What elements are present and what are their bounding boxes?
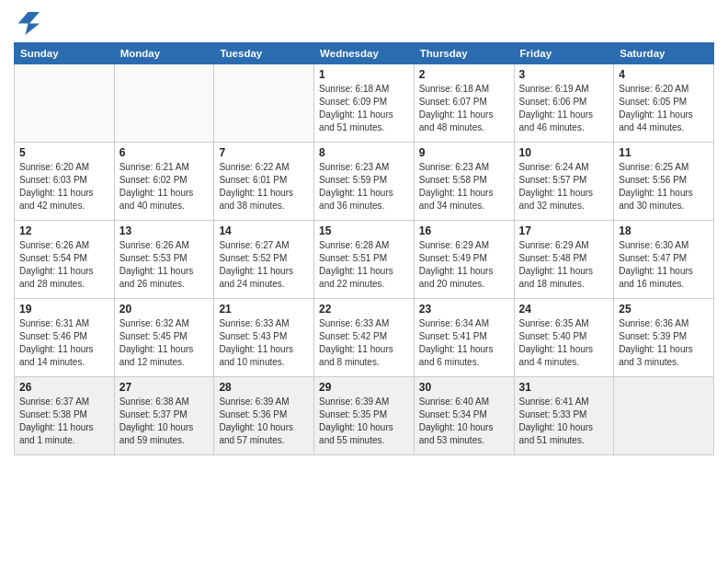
day-number: 5 (19, 146, 109, 159)
day-info: Sunrise: 6:40 AM Sunset: 5:34 PM Dayligh… (419, 396, 509, 447)
calendar-cell: 16Sunrise: 6:29 AM Sunset: 5:49 PM Dayli… (414, 221, 514, 299)
day-number: 8 (319, 146, 409, 159)
day-number: 19 (19, 303, 109, 316)
day-info: Sunrise: 6:33 AM Sunset: 5:42 PM Dayligh… (319, 317, 409, 369)
day-number: 27 (119, 381, 210, 394)
calendar-cell: 5Sunrise: 6:20 AM Sunset: 6:03 PM Daylig… (15, 143, 115, 221)
day-number: 13 (119, 224, 210, 237)
day-number: 21 (219, 303, 309, 316)
calendar-cell: 14Sunrise: 6:27 AM Sunset: 5:52 PM Dayli… (214, 221, 314, 299)
calendar-cell: 29Sunrise: 6:39 AM Sunset: 5:35 PM Dayli… (314, 377, 415, 455)
calendar-body: 1Sunrise: 6:18 AM Sunset: 6:09 PM Daylig… (15, 64, 714, 455)
day-number: 15 (319, 224, 409, 237)
day-info: Sunrise: 6:26 AM Sunset: 5:53 PM Dayligh… (119, 239, 210, 291)
day-number: 26 (19, 381, 109, 394)
day-number: 14 (219, 224, 309, 237)
day-number: 2 (419, 68, 509, 81)
day-info: Sunrise: 6:41 AM Sunset: 5:33 PM Dayligh… (519, 396, 609, 447)
day-of-week-monday: Monday (114, 43, 214, 64)
day-info: Sunrise: 6:37 AM Sunset: 5:38 PM Dayligh… (19, 396, 109, 447)
calendar-cell: 15Sunrise: 6:28 AM Sunset: 5:51 PM Dayli… (314, 221, 415, 299)
calendar-cell: 30Sunrise: 6:40 AM Sunset: 5:34 PM Dayli… (414, 377, 514, 455)
day-info: Sunrise: 6:20 AM Sunset: 6:03 PM Dayligh… (19, 161, 109, 213)
calendar-cell: 26Sunrise: 6:37 AM Sunset: 5:38 PM Dayli… (15, 377, 115, 455)
logo-icon (14, 9, 40, 35)
calendar-cell: 2Sunrise: 6:18 AM Sunset: 6:07 PM Daylig… (414, 64, 514, 143)
calendar-cell: 12Sunrise: 6:26 AM Sunset: 5:54 PM Dayli… (15, 221, 115, 299)
calendar-header: SundayMondayTuesdayWednesdayThursdayFrid… (15, 43, 714, 64)
day-number: 17 (519, 224, 609, 237)
day-info: Sunrise: 6:30 AM Sunset: 5:47 PM Dayligh… (619, 239, 709, 291)
calendar-cell (614, 377, 714, 455)
day-info: Sunrise: 6:39 AM Sunset: 5:35 PM Dayligh… (319, 396, 409, 447)
week-row-3: 12Sunrise: 6:26 AM Sunset: 5:54 PM Dayli… (15, 221, 714, 299)
day-number: 9 (419, 146, 509, 159)
calendar-cell: 19Sunrise: 6:31 AM Sunset: 5:46 PM Dayli… (15, 299, 115, 377)
calendar-cell: 31Sunrise: 6:41 AM Sunset: 5:33 PM Dayli… (514, 377, 614, 455)
day-info: Sunrise: 6:18 AM Sunset: 6:09 PM Dayligh… (319, 83, 409, 134)
day-of-week-friday: Friday (514, 43, 614, 64)
day-number: 10 (519, 146, 609, 159)
header (14, 9, 714, 35)
calendar-cell: 6Sunrise: 6:21 AM Sunset: 6:02 PM Daylig… (114, 143, 214, 221)
calendar-cell (214, 64, 314, 143)
day-info: Sunrise: 6:35 AM Sunset: 5:40 PM Dayligh… (519, 317, 609, 369)
calendar-cell: 13Sunrise: 6:26 AM Sunset: 5:53 PM Dayli… (114, 221, 214, 299)
day-info: Sunrise: 6:27 AM Sunset: 5:52 PM Dayligh… (219, 239, 309, 291)
day-number: 25 (619, 303, 709, 316)
day-number: 16 (419, 224, 509, 237)
calendar-cell: 4Sunrise: 6:20 AM Sunset: 6:05 PM Daylig… (614, 64, 714, 143)
day-info: Sunrise: 6:33 AM Sunset: 5:43 PM Dayligh… (219, 317, 309, 369)
day-number: 23 (419, 303, 509, 316)
day-of-week-sunday: Sunday (15, 43, 115, 64)
day-info: Sunrise: 6:23 AM Sunset: 5:58 PM Dayligh… (419, 161, 509, 213)
day-info: Sunrise: 6:31 AM Sunset: 5:46 PM Dayligh… (19, 317, 109, 369)
day-number: 7 (219, 146, 309, 159)
day-info: Sunrise: 6:24 AM Sunset: 5:57 PM Dayligh… (519, 161, 609, 213)
day-number: 3 (519, 68, 609, 81)
day-number: 6 (119, 146, 210, 159)
day-info: Sunrise: 6:23 AM Sunset: 5:59 PM Dayligh… (319, 161, 409, 213)
day-info: Sunrise: 6:25 AM Sunset: 5:56 PM Dayligh… (619, 161, 709, 213)
day-number: 30 (419, 381, 509, 394)
calendar-cell: 17Sunrise: 6:29 AM Sunset: 5:48 PM Dayli… (514, 221, 614, 299)
day-number: 22 (319, 303, 409, 316)
page: SundayMondayTuesdayWednesdayThursdayFrid… (0, 0, 728, 563)
day-number: 29 (319, 381, 409, 394)
week-row-4: 19Sunrise: 6:31 AM Sunset: 5:46 PM Dayli… (15, 299, 714, 377)
day-number: 28 (219, 381, 309, 394)
week-row-5: 26Sunrise: 6:37 AM Sunset: 5:38 PM Dayli… (15, 377, 714, 455)
day-number: 4 (619, 68, 709, 81)
day-header-row: SundayMondayTuesdayWednesdayThursdayFrid… (15, 43, 714, 64)
day-info: Sunrise: 6:19 AM Sunset: 6:06 PM Dayligh… (519, 83, 609, 134)
calendar-cell: 24Sunrise: 6:35 AM Sunset: 5:40 PM Dayli… (514, 299, 614, 377)
day-number: 31 (519, 381, 609, 394)
svg-marker-0 (18, 12, 40, 35)
calendar-cell: 21Sunrise: 6:33 AM Sunset: 5:43 PM Dayli… (214, 299, 314, 377)
day-info: Sunrise: 6:29 AM Sunset: 5:49 PM Dayligh… (419, 239, 509, 291)
calendar-cell: 25Sunrise: 6:36 AM Sunset: 5:39 PM Dayli… (614, 299, 714, 377)
calendar-cell: 7Sunrise: 6:22 AM Sunset: 6:01 PM Daylig… (214, 143, 314, 221)
day-number: 11 (619, 146, 709, 159)
calendar-cell: 1Sunrise: 6:18 AM Sunset: 6:09 PM Daylig… (314, 64, 415, 143)
day-info: Sunrise: 6:34 AM Sunset: 5:41 PM Dayligh… (419, 317, 509, 369)
day-info: Sunrise: 6:29 AM Sunset: 5:48 PM Dayligh… (519, 239, 609, 291)
week-row-1: 1Sunrise: 6:18 AM Sunset: 6:09 PM Daylig… (15, 64, 714, 143)
day-of-week-thursday: Thursday (414, 43, 514, 64)
day-info: Sunrise: 6:21 AM Sunset: 6:02 PM Dayligh… (119, 161, 210, 213)
day-of-week-tuesday: Tuesday (214, 43, 314, 64)
day-of-week-wednesday: Wednesday (314, 43, 415, 64)
calendar-cell: 8Sunrise: 6:23 AM Sunset: 5:59 PM Daylig… (314, 143, 415, 221)
calendar-cell: 11Sunrise: 6:25 AM Sunset: 5:56 PM Dayli… (614, 143, 714, 221)
day-number: 20 (119, 303, 210, 316)
calendar-cell: 9Sunrise: 6:23 AM Sunset: 5:58 PM Daylig… (414, 143, 514, 221)
day-info: Sunrise: 6:36 AM Sunset: 5:39 PM Dayligh… (619, 317, 709, 369)
logo (14, 9, 43, 35)
day-info: Sunrise: 6:38 AM Sunset: 5:37 PM Dayligh… (119, 396, 210, 447)
calendar-cell (114, 64, 214, 143)
day-info: Sunrise: 6:39 AM Sunset: 5:36 PM Dayligh… (219, 396, 309, 447)
calendar: SundayMondayTuesdayWednesdayThursdayFrid… (14, 42, 714, 455)
calendar-cell: 10Sunrise: 6:24 AM Sunset: 5:57 PM Dayli… (514, 143, 614, 221)
day-number: 18 (619, 224, 709, 237)
calendar-cell: 28Sunrise: 6:39 AM Sunset: 5:36 PM Dayli… (214, 377, 314, 455)
